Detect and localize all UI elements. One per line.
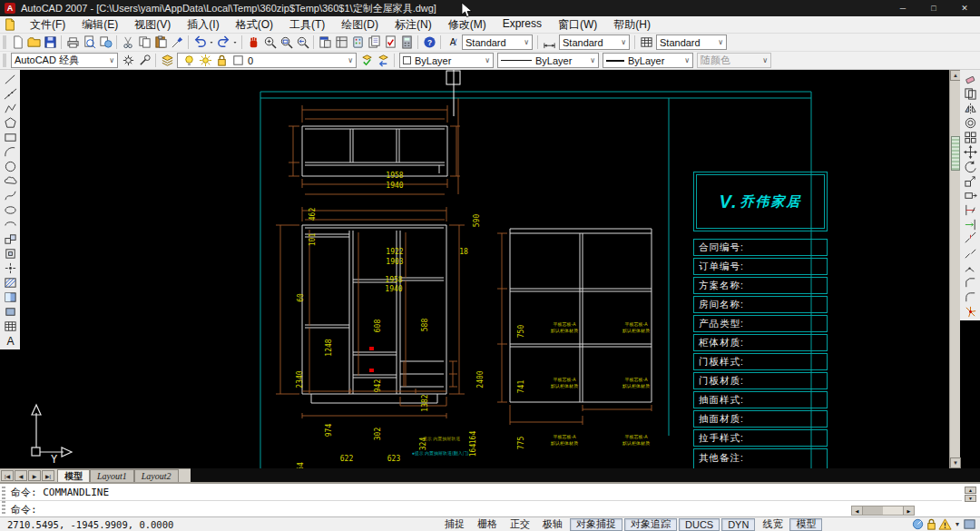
plot-icon[interactable] xyxy=(64,34,81,50)
undo-icon[interactable] xyxy=(191,34,208,50)
drop-icon[interactable] xyxy=(208,34,215,50)
line-icon[interactable] xyxy=(1,72,19,86)
array-icon[interactable] xyxy=(961,130,979,144)
trim-icon[interactable] xyxy=(961,202,979,217)
arc-icon[interactable] xyxy=(1,144,19,159)
tab-nav-button[interactable]: ◀ xyxy=(15,470,27,481)
lineweight-combo[interactable]: ByLayer∨ xyxy=(603,53,693,68)
layer-previous-icon[interactable] xyxy=(375,53,391,68)
clean-screen-icon[interactable] xyxy=(963,517,976,531)
text-style-combo[interactable]: Standard∨ xyxy=(462,34,533,50)
cut-icon[interactable] xyxy=(120,34,136,50)
move-icon[interactable] xyxy=(961,144,979,159)
point-icon[interactable] xyxy=(1,261,19,275)
maximize-button[interactable]: □ xyxy=(918,0,949,16)
chamfer-icon[interactable] xyxy=(961,275,979,290)
layout-tab[interactable]: Layout2 xyxy=(134,469,179,482)
spline-icon[interactable] xyxy=(1,188,19,202)
comm-icon[interactable] xyxy=(911,517,925,531)
status-toggle[interactable]: 对象捕捉 xyxy=(570,518,622,531)
qnew-icon[interactable] xyxy=(9,34,25,50)
menu-item[interactable]: 文件(F) xyxy=(22,17,74,33)
command-hscrollbar[interactable]: ◀ ▶ xyxy=(851,506,915,516)
menu-item[interactable]: 插入(I) xyxy=(179,17,227,33)
table-icon[interactable] xyxy=(1,319,19,333)
bulb-icon[interactable] xyxy=(181,53,197,68)
scale-icon[interactable] xyxy=(961,173,979,188)
toolbar-grip[interactable] xyxy=(3,54,6,67)
swatch-white-icon[interactable] xyxy=(230,53,246,68)
vertical-scrollbar[interactable]: ▲ ▼ xyxy=(949,70,960,468)
layer-current-icon[interactable] xyxy=(358,53,375,68)
gradient-icon[interactable] xyxy=(1,290,19,304)
command-scroll-down-icon[interactable]: ▼ xyxy=(965,495,976,502)
menu-item[interactable]: 帮助(H) xyxy=(605,17,659,33)
copy-obj-icon[interactable] xyxy=(961,86,979,101)
scroll-down-icon[interactable]: ▼ xyxy=(950,457,961,468)
join-icon[interactable] xyxy=(961,261,979,275)
color-combo[interactable]: ByLayer∨ xyxy=(399,53,494,68)
polygon-icon[interactable] xyxy=(1,115,19,130)
status-toggle[interactable]: 极轴 xyxy=(537,518,568,531)
layers-icon[interactable] xyxy=(159,53,175,68)
publish-icon[interactable] xyxy=(97,34,113,50)
toolbar-grip[interactable] xyxy=(3,35,6,49)
sheetset-icon[interactable] xyxy=(366,34,382,50)
tab-nav-button[interactable]: |◀ xyxy=(1,470,14,481)
drop-icon[interactable] xyxy=(231,34,239,50)
menu-item[interactable]: 视图(V) xyxy=(126,17,179,33)
insert-block-icon[interactable] xyxy=(1,231,19,246)
menu-item[interactable]: 编辑(E) xyxy=(74,17,126,33)
status-toggle[interactable]: 对象追踪 xyxy=(624,518,677,531)
status-toggle[interactable]: 模型 xyxy=(789,518,822,531)
status-toggle[interactable]: 正交 xyxy=(505,518,535,531)
offset-icon[interactable] xyxy=(961,115,979,130)
close-button[interactable]: ✕ xyxy=(949,0,980,16)
extend-icon[interactable] xyxy=(961,217,979,231)
toolpalettes-icon[interactable] xyxy=(349,34,366,50)
status-toggle[interactable]: 栅格 xyxy=(472,518,503,531)
command-scroll-up-icon[interactable]: ▲ xyxy=(965,487,976,494)
status-toggle[interactable]: DUCS xyxy=(679,518,720,531)
open-icon[interactable] xyxy=(25,34,42,50)
preview-icon[interactable] xyxy=(81,34,97,50)
mirror-icon[interactable] xyxy=(961,101,979,115)
pan-icon[interactable] xyxy=(245,34,261,50)
zoom-realtime-icon[interactable] xyxy=(261,34,278,50)
workspace-combo[interactable]: AutoCAD 经典∨ xyxy=(11,53,118,68)
menu-item[interactable]: 修改(M) xyxy=(440,17,495,33)
status-toggle[interactable]: 线宽 xyxy=(757,518,788,531)
sun-icon[interactable] xyxy=(197,53,213,68)
menu-item[interactable]: 格式(O) xyxy=(228,17,281,33)
save-icon[interactable] xyxy=(42,34,58,50)
minimize-button[interactable]: ─ xyxy=(887,0,918,16)
linetype-combo[interactable]: ByLayer∨ xyxy=(497,53,599,68)
zoom-previous-icon[interactable] xyxy=(294,34,310,50)
revcloud-icon[interactable] xyxy=(1,173,19,188)
help-icon[interactable]: ? xyxy=(421,34,437,50)
menu-item[interactable]: 绘图(D) xyxy=(333,17,387,33)
designcenter-icon[interactable] xyxy=(333,34,349,50)
pline-icon[interactable] xyxy=(1,101,19,115)
fillet-icon[interactable] xyxy=(961,290,979,304)
break-icon[interactable] xyxy=(961,246,979,261)
rectangle-icon[interactable] xyxy=(1,130,19,144)
lock-icon[interactable] xyxy=(213,53,230,68)
tray-alert-icon[interactable] xyxy=(938,517,952,531)
make-block-icon[interactable] xyxy=(1,246,19,261)
tray-lock-icon[interactable] xyxy=(925,517,938,531)
status-toggle[interactable]: DYN xyxy=(721,518,755,531)
menu-item[interactable]: Express xyxy=(495,17,550,33)
customize-icon[interactable] xyxy=(136,53,152,68)
break-at-point-icon[interactable] xyxy=(961,231,979,246)
tab-nav-button[interactable]: ▶| xyxy=(42,470,54,481)
command-window[interactable]: 命令: COMMANDLINE 命令: ▲ ▼ ◀ ▶ xyxy=(0,482,980,516)
tab-nav-button[interactable]: ▶ xyxy=(28,470,41,481)
layout-tab[interactable]: 模型 xyxy=(57,469,90,482)
xline-icon[interactable] xyxy=(1,86,19,101)
redo-icon[interactable] xyxy=(215,34,231,50)
matchprop-icon[interactable] xyxy=(169,34,185,50)
gear-icon[interactable] xyxy=(120,53,136,68)
rotate-icon[interactable] xyxy=(961,159,979,173)
drawing-canvas[interactable]: Y X V. 乔伟家居 合同编号:订单编号:方案名称:房间名称:产品类型:柜体材… xyxy=(20,70,949,468)
